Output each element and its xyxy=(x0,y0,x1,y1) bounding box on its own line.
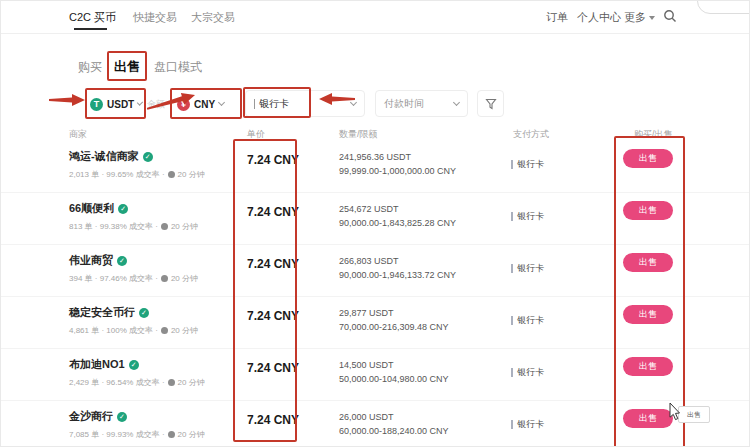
mouse-cursor-icon xyxy=(669,403,683,421)
offers-list: 鸿运-诚信商家 ✓ 2,013 单 · 99.65% 成交率 · 20 分钟 7… xyxy=(1,141,750,447)
order-limit: 90,000.00-1,946,133.72 CNY xyxy=(339,268,456,282)
merchant-stats: 813 单 · 99.38% 成交率 · 20 分钟 xyxy=(69,221,198,232)
tab-sell[interactable]: 出售 xyxy=(114,58,140,76)
nav-item-orders[interactable]: 订单 xyxy=(546,10,568,25)
payment-tag-bar xyxy=(511,264,513,273)
fiat-select-value: CNY xyxy=(194,99,215,110)
merchant-stats: 4,861 单 · 100% 成交率 · 20 分钟 xyxy=(69,325,198,336)
merchant-cell: 鸿运-诚信商家 ✓ 2,013 单 · 99.65% 成交率 · 20 分钟 xyxy=(69,149,205,180)
available-amount: 266,803 USDT xyxy=(339,254,456,268)
table-row: 稳定安全币行 ✓ 4,861 单 · 100% 成交率 · 20 分钟 7.24… xyxy=(1,297,750,349)
merchant-cell: 伟业商贸 ✓ 394 单 · 97.46% 成交率 · 20 分钟 xyxy=(69,253,198,284)
order-limit: 70,000.00-216,309.48 CNY xyxy=(339,320,449,334)
merchant-name[interactable]: 稳定安全币行 xyxy=(69,305,135,320)
sell-button[interactable]: 出售 xyxy=(623,201,673,220)
payment-method-cell: 银行卡 xyxy=(511,158,544,171)
column-header-buy-sell: 购买/出售 xyxy=(634,128,673,141)
nav-item-more[interactable]: 更多 xyxy=(624,10,655,25)
payment-method-name: 银行卡 xyxy=(517,366,544,379)
crypto-select[interactable]: T USDT xyxy=(90,92,142,116)
crypto-select-value: USDT xyxy=(107,99,134,110)
amount-input[interactable]: 金额 xyxy=(147,98,165,111)
sell-button[interactable]: 出售 xyxy=(623,305,673,324)
price-value: 7.24 CNY xyxy=(247,257,299,271)
payment-tag-bar xyxy=(511,160,513,169)
payment-method-name: 银行卡 xyxy=(517,314,544,327)
merchant-stats-text: 7,085 单 · 99.93% 成交率 · xyxy=(69,429,165,440)
verified-badge-icon: ✓ xyxy=(117,412,127,422)
merchant-stats: 2,013 单 · 99.65% 成交率 · 20 分钟 xyxy=(69,169,205,180)
merchant-cell: 布加迪NO1 ✓ 2,429 单 · 96.54% 成交率 · 20 分钟 xyxy=(69,357,205,388)
merchant-name[interactable]: 66顺便利 xyxy=(69,201,114,216)
clock-icon xyxy=(161,275,168,282)
payment-time-select[interactable]: 付款时间 xyxy=(375,90,468,117)
verified-badge-icon: ✓ xyxy=(129,360,139,370)
merchant-release-time: 20 分钟 xyxy=(178,169,205,180)
amount-limit-cell: 29,877 USDT 70,000.00-216,309.48 CNY xyxy=(339,306,449,334)
sell-button[interactable]: 出售 xyxy=(623,253,673,272)
price-value: 7.24 CNY xyxy=(247,309,299,323)
search-icon[interactable] xyxy=(663,9,677,27)
nav-item-express-trade[interactable]: 快捷交易 xyxy=(133,10,177,25)
available-amount: 26,000 USDT xyxy=(339,410,449,424)
clock-icon xyxy=(168,171,175,178)
chevron-down-icon xyxy=(137,99,143,105)
merchant-name[interactable]: 布加迪NO1 xyxy=(69,357,125,372)
verified-badge-icon: ✓ xyxy=(139,308,149,318)
payment-method-value: 银行卡 xyxy=(259,97,289,111)
order-limit: 90,000.00-1,843,825.28 CNY xyxy=(339,216,456,230)
nav-divider xyxy=(1,33,750,34)
price-value: 7.24 CNY xyxy=(247,205,299,219)
amount-limit-cell: 26,000 USDT 60,000.00-188,240.00 CNY xyxy=(339,410,449,438)
merchant-name[interactable]: 伟业商贸 xyxy=(69,253,113,268)
payment-method-cell: 银行卡 xyxy=(511,366,544,379)
merchant-cell: 稳定安全币行 ✓ 4,861 单 · 100% 成交率 · 20 分钟 xyxy=(69,305,198,336)
nav-item-profile[interactable]: 个人中心 xyxy=(577,10,621,25)
sell-button[interactable]: 出售 xyxy=(623,409,673,428)
merchant-stats: 7,085 单 · 99.93% 成交率 · 20 分钟 xyxy=(69,429,205,440)
nav-item-block-trade[interactable]: 大宗交易 xyxy=(191,10,235,25)
table-row: 66顺便利 ✓ 813 单 · 99.38% 成交率 · 20 分钟 7.24 … xyxy=(1,193,750,245)
sell-button[interactable]: 出售 xyxy=(623,357,673,376)
amount-limit-cell: 14,500 USDT 50,000.00-104,980.00 CNY xyxy=(339,358,449,386)
merchant-release-time: 20 分钟 xyxy=(178,377,205,388)
nav-item-c2c-buy[interactable]: C2C 买币 xyxy=(69,10,116,25)
c2c-trading-page: C2C 买币 快捷交易 大宗交易 订单 个人中心 更多 购买 出售 盘口模式 T… xyxy=(0,0,750,447)
column-header-payment: 支付方式 xyxy=(513,128,549,141)
merchant-release-time: 20 分钟 xyxy=(178,429,205,440)
nav-more-label: 更多 xyxy=(624,10,646,25)
table-row: 布加迪NO1 ✓ 2,429 单 · 96.54% 成交率 · 20 分钟 7.… xyxy=(1,349,750,401)
payment-tag-bar xyxy=(511,368,513,377)
column-header-price: 单价 xyxy=(247,128,265,141)
merchant-stats-text: 813 单 · 99.38% 成交率 · xyxy=(69,221,158,232)
clock-icon xyxy=(161,327,168,334)
annotation-arrow-right-icon xyxy=(49,93,85,107)
filter-button[interactable] xyxy=(477,90,504,117)
payment-method-cell: 银行卡 xyxy=(511,262,544,275)
tab-orderbook-mode[interactable]: 盘口模式 xyxy=(154,59,202,76)
merchant-stats: 2,429 单 · 96.54% 成交率 · 20 分钟 xyxy=(69,377,205,388)
payment-method-cell: 银行卡 xyxy=(511,314,544,327)
sell-button[interactable]: 出售 xyxy=(623,149,673,168)
merchant-name[interactable]: 鸿运-诚信商家 xyxy=(69,149,139,164)
available-amount: 29,877 USDT xyxy=(339,306,449,320)
payment-tag-bar xyxy=(511,420,513,429)
chevron-down-icon xyxy=(350,98,357,105)
available-amount: 14,500 USDT xyxy=(339,358,449,372)
column-header-amount-limit: 数量/限额 xyxy=(339,128,378,141)
verified-badge-icon: ✓ xyxy=(117,256,127,266)
payment-method-select[interactable]: 银行卡 xyxy=(245,90,365,117)
fiat-select[interactable]: ¥ CNY xyxy=(177,92,237,116)
usdt-coin-icon: T xyxy=(90,98,103,111)
price-value: 7.24 CNY xyxy=(247,413,299,427)
tab-buy[interactable]: 购买 xyxy=(78,59,102,76)
price-value: 7.24 CNY xyxy=(247,153,299,167)
column-header-merchant: 商家 xyxy=(69,128,87,141)
merchant-name[interactable]: 金沙商行 xyxy=(69,409,113,424)
active-nav-underline xyxy=(74,28,107,30)
merchant-stats-text: 2,013 单 · 99.65% 成交率 · xyxy=(69,169,165,180)
corner-widget-fragment xyxy=(697,0,750,14)
available-amount: 241,956.36 USDT xyxy=(339,150,456,164)
payment-method-name: 银行卡 xyxy=(517,158,544,171)
table-row: 伟业商贸 ✓ 394 单 · 97.46% 成交率 · 20 分钟 7.24 C… xyxy=(1,245,750,297)
